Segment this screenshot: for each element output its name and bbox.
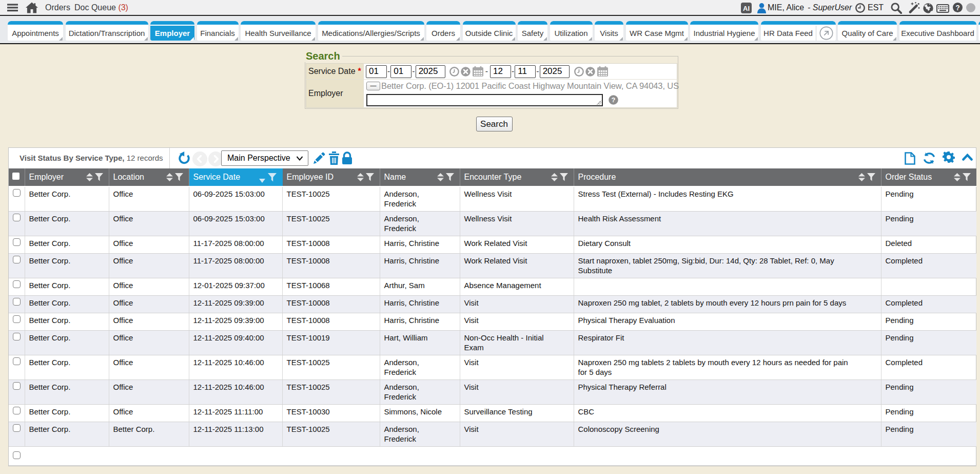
svg-text:AI: AI — [743, 5, 750, 12]
svg-text:?: ? — [955, 4, 960, 12]
svg-text:?: ? — [612, 96, 616, 104]
